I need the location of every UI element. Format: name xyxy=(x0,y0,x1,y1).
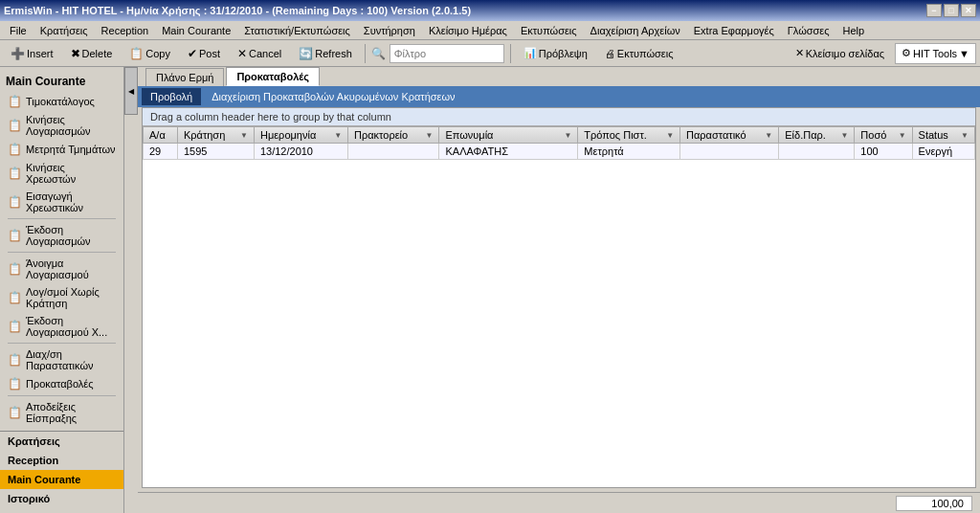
col-header-aa[interactable]: Α/α xyxy=(144,127,178,144)
sort-icon-8: ▼ xyxy=(899,131,906,140)
tab-prokatabolies[interactable]: Προκαταβολές xyxy=(226,67,320,86)
sidebar-divider-4 xyxy=(8,395,116,396)
refresh-icon: 🔄 xyxy=(299,47,313,60)
table-scroll[interactable]: Α/α Κράτηση ▼ Ημερ xyxy=(143,126,975,487)
sidebar-item-ekdosi-log[interactable]: 📋 Έκδοση Λογαριασμών xyxy=(0,221,123,250)
provlepsi-icon: 📊 xyxy=(523,47,537,59)
col-header-praktoreio[interactable]: Πρακτορείο ▼ xyxy=(348,127,439,144)
menu-reception[interactable]: Reception xyxy=(96,23,155,38)
refresh-button[interactable]: 🔄 Refresh xyxy=(292,43,359,64)
sub-tab-diaxeirisi[interactable]: Διαχείριση Προκαταβολών Ακυρωμένων Κρατή… xyxy=(203,88,463,105)
menu-statistiki[interactable]: Στατιστική/Εκτυπώσεις xyxy=(238,23,356,38)
menu-extra[interactable]: Extra Εφαρμογές xyxy=(688,23,780,38)
delete-button[interactable]: ✖ Delete xyxy=(64,43,120,64)
doc-icon-11: 📋 xyxy=(8,377,22,390)
col-header-tropos[interactable]: Τρόπος Πιστ. ▼ xyxy=(578,127,680,144)
status-bar: 100,00 xyxy=(138,492,980,513)
col-header-kratisi[interactable]: Κράτηση ▼ xyxy=(177,127,254,144)
toolbar-separator xyxy=(365,44,366,63)
print-icon: 🖨 xyxy=(605,48,615,59)
total-value: 100,00 xyxy=(896,496,972,511)
window-controls: − □ ✕ xyxy=(926,4,976,17)
chevron-down-icon: ▼ xyxy=(959,48,969,59)
delete-icon: ✖ xyxy=(71,47,80,60)
close-button[interactable]: ✕ xyxy=(961,4,976,17)
col-header-imerominia[interactable]: Ημερομηνία ▼ xyxy=(254,127,347,144)
table-body: 29159513/12/2010ΚΑΛΑΦΑΤΗΣΜετρητά100Ενεργ… xyxy=(144,144,975,160)
sidebar-divider-3 xyxy=(8,343,116,344)
sidebar-item-kiniseis-log[interactable]: 📋 Κινήσεις Λογαριασμών xyxy=(0,111,123,140)
copy-button[interactable]: 📋 Copy xyxy=(122,43,177,64)
sort-icon-9: ▼ xyxy=(961,131,969,140)
minimize-button[interactable]: − xyxy=(926,4,942,17)
sidebar-items: Main Courante 📋 Τιμοκατάλογος 📋 Κινήσεις… xyxy=(0,67,123,431)
sidebar-item-prokatabolies[interactable]: 📋 Προκαταβολές xyxy=(0,374,123,393)
kleisimo-button[interactable]: ✕ Κλείσιμο σελίδας xyxy=(789,43,891,64)
sidebar-item-eisagogi[interactable]: 📋 Εισαγωγή Χρεωστικών xyxy=(0,188,123,216)
nav-statkat[interactable]: Στατ/κά - Εκτυπώσεις xyxy=(0,508,123,513)
menu-glosses[interactable]: Γλώσσες xyxy=(782,23,835,38)
maximize-button[interactable]: □ xyxy=(944,4,959,17)
ektypwseis-button[interactable]: 🖨 Εκτυπώσεις xyxy=(598,43,680,64)
hit-tools-button[interactable]: ⚙ HIT Tools ▼ xyxy=(895,43,976,64)
nav-kratiseis[interactable]: Κρατήσεις xyxy=(0,432,123,451)
doc-icon: 📋 xyxy=(8,95,22,108)
content-area: Πλάνο Ερμή Προκαταβολές Προβολή Διαχείρι… xyxy=(138,67,980,513)
col-header-poso[interactable]: Ποσό ▼ xyxy=(855,127,912,144)
menu-syntirisi[interactable]: Συντήρηση xyxy=(358,23,421,38)
panel-title: Main Courante xyxy=(6,75,85,88)
filter-icon: 🔍 xyxy=(371,47,386,60)
sort-icon-5: ▼ xyxy=(666,131,674,140)
sidebar-divider-2 xyxy=(8,252,116,253)
hit-tools-icon: ⚙ xyxy=(902,47,911,59)
col-header-status[interactable]: Status ▼ xyxy=(912,127,974,144)
doc-icon-8: 📋 xyxy=(8,291,22,304)
menu-kleisimo[interactable]: Κλείσιμο Ημέρας xyxy=(423,23,513,38)
menu-help[interactable]: Help xyxy=(837,23,871,38)
sidebar-expand-button[interactable]: ◀ xyxy=(124,67,138,115)
menu-ektypwseis[interactable]: Εκτυπώσεις xyxy=(515,23,583,38)
nav-main-courante[interactable]: Main Courante xyxy=(0,470,123,489)
doc-icon-9: 📋 xyxy=(8,320,22,333)
panel-header: Main Courante xyxy=(0,71,123,92)
menu-kratiseis[interactable]: Κρατήσεις xyxy=(34,23,94,38)
sort-icon: ▼ xyxy=(240,131,248,140)
cell-eponimia: ΚΑΛΑΦΑΤΗΣ xyxy=(439,144,578,160)
filter-input[interactable] xyxy=(390,44,504,63)
menu-diaxeirisi[interactable]: Διαχείριση Αρχείων xyxy=(585,23,686,38)
table-row[interactable]: 29159513/12/2010ΚΑΛΑΦΑΤΗΣΜετρητά100Ενεργ… xyxy=(144,144,975,160)
cancel-icon: ✕ xyxy=(237,47,247,60)
insert-button[interactable]: ➕ Insert xyxy=(4,43,60,64)
doc-icon-3: 📋 xyxy=(8,143,22,156)
cell-praktoreio xyxy=(348,144,439,160)
provlepsi-button[interactable]: 📊 Πρόβλεψη xyxy=(517,43,594,64)
main-layout: Main Courante 📋 Τιμοκατάλογος 📋 Κινήσεις… xyxy=(0,67,980,513)
cell-tropos-pistis: Μετρητά xyxy=(578,144,680,160)
sidebar-item-metriti[interactable]: 📋 Μετρητά Τμημάτων xyxy=(0,140,123,159)
sidebar-item-kiniseis-xr[interactable]: 📋 Κινήσεις Χρεωστών xyxy=(0,159,123,188)
col-header-parastastiko[interactable]: Παραστατικό ▼ xyxy=(680,127,779,144)
sub-tab-provoli[interactable]: Προβολή xyxy=(142,88,201,105)
nav-istoriko[interactable]: Ιστορικό xyxy=(0,489,123,508)
sidebar-item-logismoi[interactable]: 📋 Λογ/σμοί Χωρίς Κράτηση xyxy=(0,283,123,312)
nav-reception[interactable]: Reception xyxy=(0,451,123,470)
sidebar-item-ekdosi-x[interactable]: 📋 Έκδοση Λογαριασμού Χ... xyxy=(0,312,123,341)
doc-icon-2: 📋 xyxy=(8,119,22,132)
col-header-eid-par[interactable]: Είδ.Παρ. ▼ xyxy=(779,127,855,144)
cancel-button[interactable]: ✕ Cancel xyxy=(231,43,288,64)
copy-icon: 📋 xyxy=(129,47,144,60)
cell-parastastiko xyxy=(680,144,779,160)
post-button[interactable]: ✔ Post xyxy=(181,43,227,64)
sidebar-item-anoigma[interactable]: 📋 Άνοιγμα Λογαριασμού xyxy=(0,255,123,283)
menu-main-courante[interactable]: Main Courante xyxy=(156,23,236,38)
sidebar-item-timokatalogos[interactable]: 📋 Τιμοκατάλογος xyxy=(0,92,123,111)
sidebar-item-apodeiksis[interactable]: 📋 Αποδείξεις Είσπραξης xyxy=(0,398,123,427)
tab-plano[interactable]: Πλάνο Ερμή xyxy=(145,68,224,86)
col-header-eponimia[interactable]: Επωνυμία ▼ xyxy=(439,127,578,144)
sort-icon-3: ▼ xyxy=(426,131,434,140)
app-title: ErmisWin - HIT HOTEL - Ημ/νία Χρήσης : 3… xyxy=(4,5,471,16)
sort-icon-4: ▼ xyxy=(564,131,571,140)
sidebar-item-diaxirisi[interactable]: 📋 Διαχ/ση Παραστατικών xyxy=(0,346,123,374)
toolbar-right: ✕ Κλείσιμο σελίδας ⚙ HIT Tools ▼ xyxy=(789,43,976,64)
menu-file[interactable]: File xyxy=(4,23,33,38)
